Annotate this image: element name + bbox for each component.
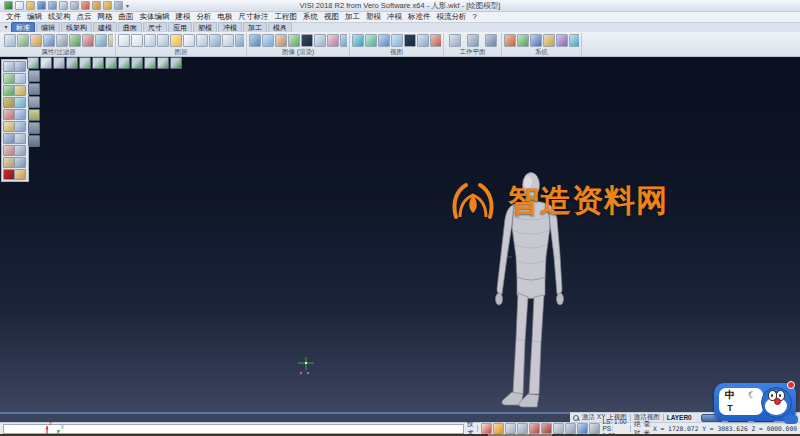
hatch-icon[interactable] [14,157,26,168]
print-icon[interactable] [59,1,68,10]
lineweight-icon[interactable] [565,423,576,434]
copy-to-layer-icon[interactable] [196,34,208,47]
menu-item[interactable]: 网格 [95,12,116,22]
spin-model-icon[interactable] [144,57,156,69]
layer-lock-icon[interactable] [209,34,221,47]
save-all-icon[interactable] [48,1,57,10]
settings-tool-icon[interactable] [14,169,26,180]
menu-item[interactable]: 系统 [300,12,321,22]
visi-app-icon[interactable] [4,1,13,10]
refresh-view-icon[interactable] [577,423,588,434]
ribbon-collapse-button[interactable]: ▾ [2,23,10,32]
view-left-icon[interactable] [79,57,91,69]
menu-item[interactable]: 曲面 [116,12,137,22]
cplane-active-icon[interactable] [28,109,40,121]
lights-icon[interactable] [314,34,326,47]
new-document-icon[interactable] [15,1,24,10]
workplane-standard-icon[interactable] [449,34,461,47]
text-tool-icon[interactable] [14,145,26,156]
render-icon[interactable] [288,34,300,47]
menu-item[interactable]: 分析 [194,12,215,22]
menu-item[interactable]: 模流分析 [434,12,470,22]
ribbon-tab[interactable]: 塑模 [193,22,217,32]
cplane-top-icon[interactable] [28,70,40,82]
menu-item[interactable]: 尺寸标注 [236,12,272,22]
attribute-brush-icon[interactable] [17,34,29,47]
skin-icon[interactable]: T [727,404,733,413]
snap-marker-icon[interactable] [541,423,552,434]
cplane-front-icon[interactable] [28,83,40,95]
menu-item[interactable]: 文件 [3,12,24,22]
hidden-line-icon[interactable] [275,34,287,47]
view-right-icon[interactable] [92,57,104,69]
ribbon-tab[interactable]: 建模 [93,22,117,32]
view-back-icon[interactable] [66,57,78,69]
ribbon-tab[interactable]: 应用 [168,22,192,32]
view-top-icon[interactable] [40,57,52,69]
layer-visibility-icon[interactable] [144,34,156,47]
quick-select-icon[interactable] [69,34,81,47]
color-filter-icon[interactable] [30,34,42,47]
doraemon-avatar[interactable] [761,387,792,418]
dynamic-input-icon[interactable] [553,423,564,434]
ribbon-tab[interactable]: 标准 [11,22,35,32]
grid-display-icon[interactable] [589,423,600,434]
menu-item[interactable]: 塑模 [363,12,384,22]
delete-icon[interactable] [81,1,90,10]
grid-snap-icon[interactable] [493,423,504,434]
snap-toggle-icon[interactable] [481,423,492,434]
entity-filter-icon[interactable] [43,34,55,47]
save-icon[interactable] [37,1,46,10]
plugins-icon[interactable] [569,34,579,47]
ime-toolbar[interactable]: 中 ☾ T [714,383,796,421]
undo-icon[interactable] [92,1,101,10]
ribbon-tab[interactable]: 冲模 [218,22,242,32]
background-icon[interactable] [340,34,347,47]
shaded-view-icon[interactable] [249,34,261,47]
zoom-out-icon[interactable] [170,57,182,69]
macros-icon[interactable] [543,34,555,47]
wireframe-view-icon[interactable] [262,34,274,47]
current-layer-label[interactable]: LAYER0 [667,414,692,421]
menu-item[interactable]: 线架构 [45,12,74,22]
view-bottom-icon[interactable] [105,57,117,69]
zoom-all-icon[interactable] [352,34,364,47]
measure-icon[interactable] [517,34,529,47]
menu-item[interactable]: 建模 [173,12,194,22]
toolbar-options-button[interactable]: ▾ [126,2,129,9]
cplane-user-icon[interactable] [28,122,40,134]
layer-manager-icon[interactable] [118,34,130,47]
open-folder-icon[interactable] [26,1,35,10]
options-icon[interactable] [504,34,516,47]
redo-icon[interactable] [103,1,112,10]
ortho-mode-icon[interactable] [505,423,516,434]
pan-view-icon[interactable] [378,34,390,47]
ribbon-tab[interactable]: 尺寸 [143,22,167,32]
copy-icon[interactable] [14,73,26,84]
layer-freeze-icon[interactable] [157,34,169,47]
viewport[interactable]: 智造资料网 x z y 中 ☾ T [0,57,800,412]
menu-item[interactable]: 电极 [215,12,236,22]
menu-item[interactable]: 视图 [321,12,342,22]
mirror-icon[interactable] [14,85,26,96]
element-attributes-icon[interactable] [4,34,16,47]
menu-item[interactable]: ? [470,12,480,22]
object-snap-icon[interactable] [529,423,540,434]
rotate-view-icon[interactable] [391,34,403,47]
isolate-elements-icon[interactable] [108,34,113,47]
box-select-icon[interactable] [14,61,26,72]
menu-item[interactable]: 编辑 [24,12,45,22]
menu-item[interactable]: 点云 [74,12,95,22]
calculator-icon[interactable] [530,34,542,47]
cplane-list-icon[interactable] [28,135,40,147]
menu-item[interactable]: 加工 [342,12,363,22]
zoom-window-icon[interactable] [365,34,377,47]
ribbon-tab[interactable]: 编辑 [36,22,60,32]
circle-icon[interactable] [14,133,26,144]
redraw-icon[interactable] [430,34,441,47]
ime-mode-button[interactable]: 中 [725,390,735,400]
menu-item[interactable]: 工程图 [272,12,301,22]
polyline-icon[interactable] [14,121,26,132]
workplane-view-icon[interactable] [485,34,497,47]
move-to-layer-icon[interactable] [183,34,195,47]
